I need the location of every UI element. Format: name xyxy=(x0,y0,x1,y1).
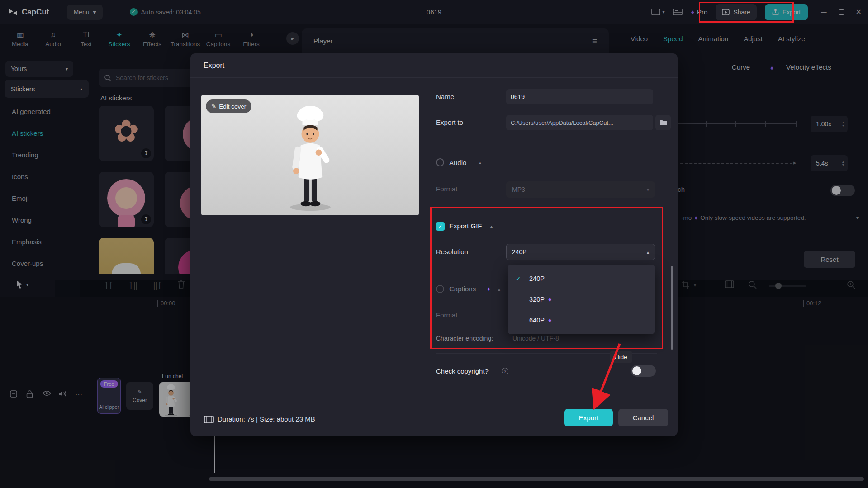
copyright-toggle[interactable] xyxy=(631,365,656,377)
dialog-title: Export xyxy=(204,62,224,70)
film-meta-icon xyxy=(204,416,214,423)
copyright-label: Check copyright? xyxy=(436,367,489,375)
dialog-header: Export xyxy=(190,53,678,78)
annotation-box-export-gif xyxy=(430,207,663,349)
export-to-label: Export to xyxy=(436,118,463,126)
name-input[interactable] xyxy=(506,89,653,104)
name-label: Name xyxy=(436,93,454,100)
audio-format-value: MP3 xyxy=(512,186,525,193)
audio-format-label: Format xyxy=(436,185,458,193)
audio-checkbox[interactable] xyxy=(436,158,444,166)
capcut-app: CapCut Menu ▾ ✓ Auto saved: 03:04:05 061… xyxy=(0,0,868,488)
annotation-arrow xyxy=(574,337,633,418)
dialog-scrollbar[interactable] xyxy=(671,266,673,350)
annotation-box-share-export xyxy=(699,2,794,23)
chevron-down-icon: ▾ xyxy=(647,187,649,192)
audio-label: Audio xyxy=(449,159,466,166)
export-meta: Duration: 7s | Size: about 23 MB xyxy=(218,415,315,423)
audio-collapse-chevron[interactable]: ▴ xyxy=(479,160,481,165)
toggle-knob xyxy=(632,366,641,375)
audio-format-select: MP3 ▾ xyxy=(506,181,655,198)
chef-preview-image xyxy=(287,104,333,212)
info-icon[interactable]: ? xyxy=(502,368,508,374)
edit-cover-button[interactable]: ✎ Edit cover xyxy=(206,99,251,113)
export-preview: ✎ Edit cover xyxy=(201,95,419,215)
pencil-icon: ✎ xyxy=(211,103,216,110)
browse-folder-button[interactable] xyxy=(655,115,671,130)
edit-cover-label: Edit cover xyxy=(219,103,246,110)
folder-icon xyxy=(659,119,667,126)
export-path-input[interactable] xyxy=(506,115,653,130)
